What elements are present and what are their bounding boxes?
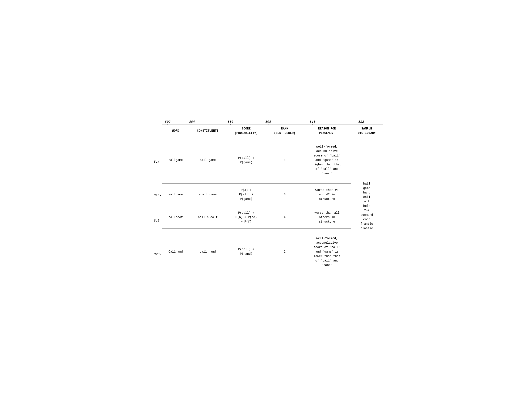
ref-812: 812 xyxy=(339,120,383,124)
row-label-spacer xyxy=(149,125,161,141)
row-labels: 814 816 818 820 xyxy=(149,125,161,275)
cell-reason-2: worse than all others in structure xyxy=(303,206,351,229)
sample-dict-item: command xyxy=(353,213,381,217)
cell-reason-3: well-formed, accumulative score of "ball… xyxy=(303,229,351,275)
sample-dict-item: code xyxy=(353,217,381,222)
sample-dict-list: ball game hand call all help 2u2 command… xyxy=(353,181,381,231)
ref-806: 806 xyxy=(210,120,251,124)
sample-dict-item: all xyxy=(353,199,381,204)
cell-constituents-1: a all game xyxy=(189,183,226,206)
header-row: WORD CONSTITUENTS SCORE (PROBABILITY) RA… xyxy=(162,125,383,137)
cell-rank-3: 2 xyxy=(266,229,303,275)
row-label-820: 820 xyxy=(149,234,161,275)
sample-dict-item: classic xyxy=(353,226,381,231)
ref-808: 808 xyxy=(251,120,286,124)
ref-numbers-row: 802 804 806 808 810 812 xyxy=(149,120,383,124)
sample-dict-item: hand xyxy=(353,191,381,195)
cell-word-3: Callhand xyxy=(162,229,189,275)
cell-score-3: P(call) + P(hand) xyxy=(226,229,266,275)
cell-score-0: P(ball) + P(game) xyxy=(226,137,266,183)
cell-rank-0: 1 xyxy=(266,137,303,183)
sample-dict-item: call xyxy=(353,195,381,199)
cell-constituents-2: ball h co f xyxy=(189,206,226,229)
cell-rank-1: 3 xyxy=(266,183,303,206)
cell-reason-1: worse than #1 and #2 in structure xyxy=(303,183,351,206)
cell-reason-0: well-formed, accumulative score of "ball… xyxy=(303,137,351,183)
header-word: WORD xyxy=(162,125,189,137)
cell-rank-2: 4 xyxy=(266,206,303,229)
header-rank: RANK (SORT ORDER) xyxy=(266,125,303,137)
cell-constituents-0: ball game xyxy=(189,137,226,183)
ref-802: 802 xyxy=(162,120,174,124)
cell-word-2: ballhcof xyxy=(162,206,189,229)
sample-dict-item: help xyxy=(353,204,381,208)
header-score: SCORE (PROBABILITY) xyxy=(226,125,266,137)
table-row-aallgame: aallgame a all game P(a) + P(all) + P(ga… xyxy=(162,183,383,206)
table-wrapper: 814 816 818 820 WORD CONSTITUENTS SCORE … xyxy=(149,125,383,275)
table-row-callhand: Callhand call hand P(call) + P(hand) 2 w… xyxy=(162,229,383,275)
header-sample: SAMPLE DICTIONARY xyxy=(351,125,383,137)
header-reason: REASON FOR PLACEMENT xyxy=(303,125,351,137)
header-constituents: CONSTITUENTS xyxy=(189,125,226,137)
row-label-818: 818 xyxy=(149,208,161,234)
row-label-816: 816 xyxy=(149,183,161,208)
page-container: 802 804 806 808 810 812 814 816 818 820 xyxy=(149,120,383,275)
main-table: WORD CONSTITUENTS SCORE (PROBABILITY) RA… xyxy=(162,125,383,275)
row-label-814: 814 xyxy=(149,141,161,183)
table-row-ballgame: ballgame ball game P(ball) + P(game) 1 w… xyxy=(162,137,383,183)
cell-word-0: ballgame xyxy=(162,137,189,183)
cell-score-1: P(a) + P(all) + P(game) xyxy=(226,183,266,206)
sample-dictionary: ball game hand call all help 2u2 command… xyxy=(351,137,383,275)
ref-810: 810 xyxy=(286,120,339,124)
sample-dict-item: game xyxy=(353,186,381,191)
cell-score-2: P(ball) + P(h) + P(co) + P(f) xyxy=(226,206,266,229)
sample-dict-item: ball xyxy=(353,181,381,186)
cell-constituents-3: call hand xyxy=(189,229,226,275)
sample-dict-item: frantic xyxy=(353,222,381,226)
table-row-ballhcof: ballhcof ball h co f P(ball) + P(h) + P(… xyxy=(162,206,383,229)
sample-dict-item: 2u2 xyxy=(353,208,381,213)
ref-804: 804 xyxy=(174,120,210,124)
cell-word-1: aallgame xyxy=(162,183,189,206)
